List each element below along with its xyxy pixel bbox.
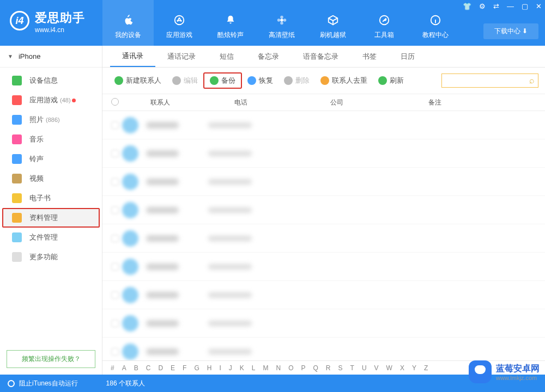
row-checkbox[interactable] [111,206,119,214]
alpha-O[interactable]: O [287,364,295,372]
row-checkbox[interactable] [111,320,119,327]
download-center-button[interactable]: 下载中心 ⬇ [483,23,538,39]
tab-备忘录[interactable]: 备忘录 [246,46,291,67]
tab-语音备忘录[interactable]: 语音备忘录 [291,46,350,67]
alpha-F[interactable]: F [181,364,188,372]
help-link[interactable]: 频繁出现操作失败？ [7,350,95,368]
topnav-flower[interactable]: 高清壁纸 [256,0,307,46]
window-controls: 👕⚙⇄—▢✕ [463,2,542,10]
tab-通话记录[interactable]: 通话记录 [155,46,208,67]
tab-通讯录[interactable]: 通讯录 [110,46,155,67]
device-selector[interactable]: ▼ iPhone [0,46,102,68]
sidebar-item-电子书[interactable]: 电子书 [0,188,102,208]
sidebar-item-资料管理[interactable]: 资料管理 [2,208,100,228]
toolbar-新建联系人[interactable]: 新建联系人 [109,74,167,88]
contact-row[interactable] [102,196,545,224]
alpha-Z[interactable]: Z [422,364,429,372]
search-icon[interactable]: ⌕ [529,76,535,85]
sidebar-item-铃声[interactable]: 铃声 [0,149,102,169]
alpha-V[interactable]: V [373,364,380,372]
sidebar-item-音乐[interactable]: 音乐 [0,130,102,149]
alpha-H[interactable]: H [205,364,214,372]
toolbar-刷新[interactable]: 刷新 [373,74,409,88]
topnav-box[interactable]: 刷机越狱 [307,0,359,46]
contact-row[interactable] [102,224,545,253]
sidebar-item-视频[interactable]: 视频 [0,169,102,188]
topnav-info[interactable]: 教程中心 [410,0,461,46]
alpha-I[interactable]: I [217,364,222,372]
block-itunes-label[interactable]: 阻止iTunes自动运行 [19,379,78,388]
sidebar-icon [12,134,22,144]
toolbar-icon [284,76,293,85]
alpha-S[interactable]: S [337,364,344,372]
toolbar-恢复[interactable]: 恢复 [242,74,278,88]
contact-row[interactable] [102,111,545,139]
sidebar-item-应用游戏[interactable]: 应用游戏(48) [0,90,102,110]
alpha-R[interactable]: R [324,364,332,372]
contact-row[interactable] [102,139,545,168]
alpha-#[interactable]: # [109,364,116,372]
tab-书签[interactable]: 书签 [350,46,389,67]
wrench-icon [376,12,392,28]
alpha-Y[interactable]: Y [410,364,418,372]
svg-point-4 [277,19,281,22]
col-phone: 电话 [234,98,330,107]
alpha-D[interactable]: D [156,364,165,372]
topnav-appstore[interactable]: 应用游戏 [154,0,205,46]
sidebar-item-文件管理[interactable]: 文件管理 [0,228,102,247]
sidebar-item-照片[interactable]: 照片(886) [0,110,102,130]
alpha-Q[interactable]: Q [312,364,320,372]
row-checkbox[interactable] [111,150,119,157]
row-checkbox[interactable] [111,178,119,186]
contact-row[interactable] [102,168,545,196]
tshirt-icon[interactable]: 👕 [463,2,471,10]
contact-row[interactable] [102,338,545,360]
alpha-B[interactable]: B [132,364,140,372]
sidebar-icon [12,193,22,203]
alpha-A[interactable]: A [120,364,128,372]
alpha-T[interactable]: T [349,364,356,372]
alpha-E[interactable]: E [169,364,177,372]
sidebar-icon [12,95,22,105]
alpha-L[interactable]: L [250,364,257,372]
select-all-checkbox[interactable] [111,98,119,106]
alpha-P[interactable]: P [300,364,307,372]
maximize-icon[interactable]: ▢ [522,2,528,10]
alpha-X[interactable]: X [398,364,406,372]
tab-日历[interactable]: 日历 [389,46,427,67]
settings-icon[interactable]: ⚙ [479,2,486,10]
alpha-N[interactable]: N [274,364,282,372]
alpha-W[interactable]: W [385,364,394,372]
toolbar-icon [114,76,123,85]
toolbar-联系人去重[interactable]: 联系人去重 [315,74,373,88]
alpha-J[interactable]: J [227,364,234,372]
minimize-icon[interactable]: — [507,2,514,10]
alpha-U[interactable]: U [360,364,368,372]
alpha-M[interactable]: M [261,364,270,372]
contact-row[interactable] [102,281,545,309]
sidebar-item-更多功能[interactable]: 更多功能 [0,247,102,267]
row-checkbox[interactable] [111,348,119,356]
search-input[interactable] [445,77,529,84]
toolbar-备份[interactable]: 备份 [203,72,242,89]
skin-icon[interactable]: ⇄ [493,2,499,10]
alpha-G[interactable]: G [192,364,201,372]
topnav-apple[interactable]: 我的设备 [102,0,154,46]
sidebar-item-设备信息[interactable]: 设备信息 [0,71,102,90]
alpha-K[interactable]: K [238,364,246,372]
close-icon[interactable]: ✕ [536,2,542,10]
row-checkbox[interactable] [111,291,119,299]
alpha-C[interactable]: C [144,364,153,372]
search-box[interactable]: ⌕ [441,74,538,88]
tab-短信[interactable]: 短信 [208,46,246,67]
sidebar-icon [12,174,22,183]
row-checkbox[interactable] [111,121,119,129]
contact-row[interactable] [102,253,545,281]
row-checkbox[interactable] [111,235,119,242]
row-checkbox[interactable] [111,263,119,271]
topnav-wrench[interactable]: 工具箱 [359,0,410,46]
block-itunes-icon[interactable] [8,380,15,387]
contact-row[interactable] [102,309,545,338]
toolbar-icon [378,76,387,85]
topnav-bell[interactable]: 酷炫铃声 [205,0,256,46]
